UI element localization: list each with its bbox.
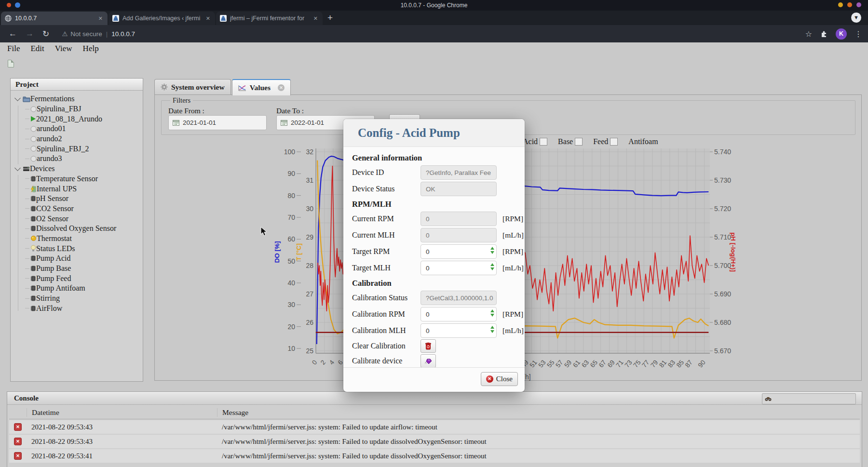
close-button[interactable]: ✕ Close (481, 372, 518, 386)
clear-calibration-button[interactable] (420, 339, 436, 353)
field-row-calibration-status: Calibration Status?GetCal3,1.000000,1.0 (352, 291, 516, 305)
profile-avatar[interactable]: K (836, 28, 847, 40)
tree-item-pump-feed[interactable]: Pump Feed (11, 273, 143, 283)
tree-item-pump-acid[interactable]: Pump Acid (11, 254, 143, 264)
menu-item-help[interactable]: Help (83, 44, 99, 53)
tree-item-ph-sensor[interactable]: pH Sensor (11, 194, 143, 204)
menu-item-edit[interactable]: Edit (30, 44, 44, 53)
console-table: Datetime Message ✕2021-08-22 09:53:43/va… (9, 406, 860, 463)
tab-list-button[interactable]: ▼ (851, 13, 861, 23)
tree-item-temperature-sensor[interactable]: Temperature Sensor (11, 174, 143, 184)
menu-item-file[interactable]: File (7, 44, 20, 53)
expand-chevron-icon[interactable] (14, 165, 21, 171)
play-icon (30, 116, 36, 122)
bookmark-star-icon[interactable]: ☆ (805, 29, 812, 39)
new-tab-button[interactable]: + (327, 13, 333, 23)
maximize-icon[interactable] (847, 2, 852, 7)
spin-down-icon[interactable] (490, 314, 494, 317)
spinner-arrows[interactable] (490, 247, 494, 254)
tree-item-status-leds[interactable]: Status LEDs (11, 243, 143, 254)
spinner-arrows[interactable] (490, 263, 494, 270)
close-window-icon[interactable] (856, 2, 861, 7)
console-row[interactable]: ✕2021-08-22 09:53:43/var/www/html/jfermi… (9, 420, 860, 434)
window-controls[interactable] (838, 2, 861, 7)
tree-item-label: pH Sensor (36, 194, 68, 203)
field-label: Current RPM (352, 214, 420, 223)
tree-item-arundo2[interactable]: arundo2 (11, 134, 143, 144)
back-icon[interactable]: ← (9, 29, 17, 39)
tree-item-co2-sensor[interactable]: CO2 Sensor (11, 204, 143, 214)
tree-item-stirring[interactable]: Stirring (11, 294, 143, 304)
spin-down-icon[interactable] (490, 330, 494, 333)
expand-chevron-icon[interactable] (14, 95, 21, 101)
calibration-rpm-input[interactable]: 0 (420, 307, 497, 321)
error-icon: ✕ (14, 438, 22, 445)
chip-icon (30, 295, 36, 302)
dialog-header: Config - Acid Pump (343, 119, 525, 147)
tree-item-fermentations[interactable]: Fermentations (11, 94, 143, 104)
tree-item-spirulina-fbj-2[interactable]: Spirulina_FBJ_2 (11, 144, 143, 154)
security-label: Not secure (70, 30, 102, 38)
browser-tab[interactable]: 10.0.0.7✕ (1, 12, 108, 25)
security-indicator[interactable]: ⚠ Not secure (62, 30, 102, 38)
tree-item-thermostat[interactable]: Thermostat (11, 234, 143, 244)
date-from-input[interactable]: 2021-01-01 (168, 115, 267, 130)
tree-item-o2-sensor[interactable]: O2 Sensor (11, 213, 143, 224)
axis-tick-label: 5.690 (714, 290, 731, 298)
x-tick-label: 2 (319, 359, 327, 366)
console-search-box[interactable] (762, 393, 856, 404)
console-row[interactable]: ✕2021-08-22 09:53:41/var/www/html/jfermi… (9, 449, 860, 463)
tab-close-icon[interactable]: ✕ (97, 15, 104, 22)
spin-down-icon[interactable] (490, 251, 494, 254)
date-to-label: Date To : (276, 107, 304, 115)
tree-item-devices[interactable]: Devices (11, 164, 143, 174)
console-row[interactable]: ✕2021-08-22 09:53:43/var/www/html/jfermi… (9, 435, 860, 448)
tree-item-pump-base[interactable]: Pump Base (11, 264, 143, 274)
tree-item-pump-antifoam[interactable]: Pump Antifoam (11, 283, 143, 294)
tree-item-2021-08-18-arundo[interactable]: 2021_08_18_Arundo (11, 114, 143, 124)
tab-close-icon[interactable]: ✕ (312, 15, 319, 22)
spin-down-icon[interactable] (490, 267, 494, 270)
calibration-mlh-input[interactable]: 0 (420, 323, 497, 338)
tab-close-icon[interactable]: ✕ (278, 84, 285, 91)
reload-icon[interactable]: ↻ (42, 29, 49, 39)
spin-up-icon[interactable] (490, 326, 494, 329)
tree-item-arundo3[interactable]: arundo3 (11, 154, 143, 164)
minimize-icon[interactable] (838, 2, 843, 7)
target-mlh-input[interactable]: 0 (420, 261, 497, 275)
extensions-puzzle-icon[interactable] (820, 30, 828, 38)
calibrate-device-button[interactable] (420, 354, 436, 368)
tree-item-label: arundo3 (37, 154, 62, 163)
calendar-icon (281, 120, 287, 126)
filters-legend: Filters (170, 96, 193, 105)
spinner-arrows[interactable] (490, 309, 494, 317)
browser-tabs: 10.0.0.7✕Add Galleries/Images ‹ jfermi✕j… (0, 12, 323, 25)
field-label: Device ID (352, 168, 420, 177)
forward-icon[interactable]: → (26, 29, 34, 39)
browser-tab[interactable]: jfermi – jFermi fermentor for✕ (216, 12, 323, 25)
menu-item-view[interactable]: View (55, 44, 72, 53)
tree-item-arundo01[interactable]: arundo01 (11, 124, 143, 134)
dialog-body: General informationDevice ID?GetInfo, Pa… (343, 147, 525, 367)
tab-close-icon[interactable]: ✕ (205, 15, 211, 22)
spin-up-icon[interactable] (490, 309, 494, 312)
unit-label: [mL/h] (502, 264, 524, 272)
tree-item-spirulina-fbj[interactable]: Spirulina_FBJ (11, 104, 143, 114)
tree-item-airflow[interactable]: AirFlow (11, 303, 143, 313)
tree-item-dissolved-oxygen-sensor[interactable]: Dissolved Oxygen Sensor (11, 224, 143, 234)
tab-system-overview[interactable]: System overview (154, 79, 231, 94)
tree-item-internal-ups[interactable]: Internal UPS (11, 184, 143, 194)
spinner-arrows[interactable] (490, 326, 494, 333)
target-rpm-input[interactable]: 0 (420, 244, 497, 259)
page-doc-icon (8, 60, 14, 67)
spin-up-icon[interactable] (490, 247, 494, 250)
spin-up-icon[interactable] (490, 263, 494, 266)
console-search-input[interactable] (774, 395, 848, 403)
browser-tab[interactable]: Add Galleries/Images ‹ jfermi✕ (108, 12, 215, 25)
close-button-label: Close (496, 375, 513, 383)
axis-tick-label: 50 (287, 257, 295, 265)
address-bar[interactable]: ⚠ Not secure | 10.0.0.7 (62, 30, 135, 38)
tab-values[interactable]: Values✕ (232, 79, 291, 95)
browser-menu-kebab-icon[interactable]: ⋮ (854, 29, 862, 39)
row-datetime: 2021-08-22 09:53:43 (27, 423, 217, 431)
